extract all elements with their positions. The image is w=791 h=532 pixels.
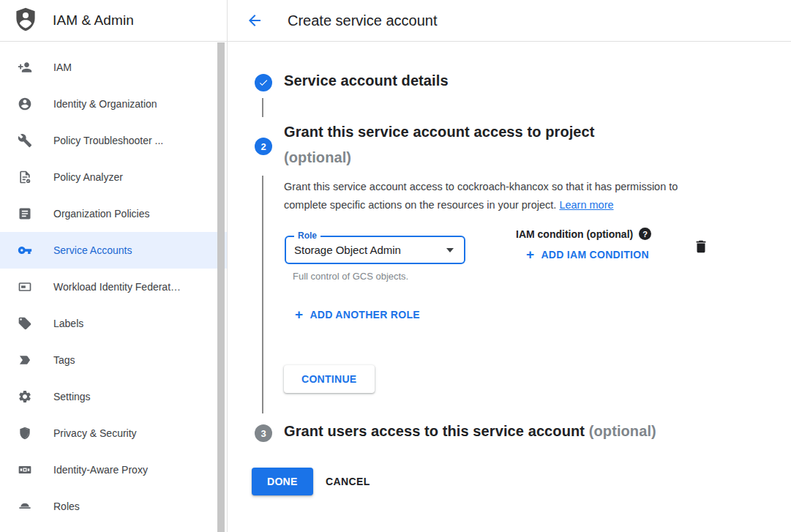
shield-half-icon: [18, 426, 32, 441]
add-another-role-button[interactable]: + ADD ANOTHER ROLE: [295, 309, 420, 321]
sidebar-header: IAM & Admin: [0, 0, 227, 42]
step3-number-badge: 3: [255, 424, 272, 442]
proxy-icon: [18, 462, 32, 477]
sidebar-item-label: Settings: [53, 391, 91, 402]
step2-number: 2: [260, 141, 266, 152]
add-iam-condition-label: ADD IAM CONDITION: [541, 249, 648, 261]
step-connector: [262, 98, 263, 117]
step3-number: 3: [260, 428, 266, 439]
step3-title-text: Grant users access to this service accou…: [284, 423, 585, 439]
person-add-icon: [18, 60, 32, 75]
role-helper-text: Full control of GCS objects.: [293, 271, 408, 282]
document-check-icon: [18, 170, 32, 184]
sidebar-item-label: Service Accounts: [53, 244, 132, 256]
done-button[interactable]: DONE: [252, 468, 313, 495]
article-icon: [18, 206, 32, 221]
sidebar-scrollbar[interactable]: [217, 42, 225, 532]
sidebar-item-labels[interactable]: Labels: [0, 305, 227, 342]
create-service-account-page: IAM & Admin IAM Identity & Organization …: [0, 0, 791, 532]
plus-icon: +: [295, 310, 303, 320]
sidebar-item-label: IAM: [53, 61, 72, 73]
sidebar-item-identity-aware-proxy[interactable]: Identity-Aware Proxy: [0, 452, 227, 488]
gear-icon: [18, 389, 32, 404]
sidebar-item-workload-identity-federation[interactable]: Workload Identity Federat…: [0, 269, 227, 305]
arrow-back-icon: [246, 12, 263, 29]
back-button[interactable]: [246, 12, 263, 29]
sidebar-item-label: Workload Identity Federat…: [53, 281, 181, 293]
sidebar-nav: IAM Identity & Organization Policy Troub…: [0, 42, 227, 525]
chevron-down-icon: [446, 248, 454, 252]
sidebar-item-policy-troubleshooter[interactable]: Policy Troubleshooter ...: [0, 122, 227, 159]
plus-icon: +: [526, 250, 534, 260]
step3-title: Grant users access to this service accou…: [284, 423, 656, 440]
step-connector: [262, 176, 263, 413]
main-content: Service account details 2 Grant this ser…: [228, 42, 791, 532]
sidebar: IAM & Admin IAM Identity & Organization …: [0, 0, 228, 532]
add-another-role-label: ADD ANOTHER ROLE: [310, 309, 420, 321]
sidebar-item-label: Identity & Organization: [53, 98, 157, 110]
step3-optional-label: (optional): [589, 423, 656, 439]
iam-admin-shield-icon: [12, 6, 39, 35]
page-title: Create service account: [288, 12, 438, 29]
sidebar-item-label: Policy Troubleshooter ...: [53, 135, 163, 146]
sidebar-item-tags[interactable]: Tags: [0, 342, 227, 378]
step2-description: Grant this service account access to coc…: [284, 178, 717, 214]
sidebar-item-privacy-security[interactable]: Privacy & Security: [0, 415, 227, 452]
label-important-icon: [18, 353, 32, 367]
sidebar-item-label: Tags: [53, 354, 75, 366]
sidebar-item-roles[interactable]: Roles: [0, 488, 227, 525]
main-panel: Create service account Service account d…: [228, 0, 791, 532]
sidebar-item-identity-organization[interactable]: Identity & Organization: [0, 86, 227, 122]
step3-optional-text: (optional): [589, 423, 656, 439]
cancel-button[interactable]: CANCEL: [317, 468, 379, 495]
sidebar-item-settings[interactable]: Settings: [0, 378, 227, 415]
step2-title: Grant this service account access to pro…: [284, 124, 595, 141]
step2-optional-label: (optional): [284, 149, 351, 166]
sidebar-item-label: Organization Policies: [53, 208, 150, 220]
continue-button[interactable]: CONTINUE: [284, 365, 375, 393]
app-title: IAM & Admin: [53, 12, 134, 29]
account-circle-icon: [18, 97, 32, 111]
sidebar-item-policy-analyzer[interactable]: Policy Analyzer: [0, 159, 227, 195]
iam-condition-label: IAM condition (optional) ?: [516, 228, 651, 240]
help-icon[interactable]: ?: [639, 228, 651, 240]
step1-title: Service account details: [284, 72, 449, 89]
role-dropdown[interactable]: Role Storage Object Admin: [285, 236, 465, 264]
sidebar-item-label: Privacy & Security: [53, 427, 137, 439]
iam-condition-label-text: IAM condition (optional): [516, 228, 633, 240]
step1-completed-icon: [255, 74, 272, 91]
sidebar-item-label: Policy Analyzer: [53, 171, 123, 183]
main-header: Create service account: [228, 0, 791, 42]
sidebar-item-organization-policies[interactable]: Organization Policies: [0, 195, 227, 232]
hat-icon: [18, 499, 32, 514]
delete-role-button[interactable]: [693, 239, 709, 258]
sidebar-item-service-accounts[interactable]: Service Accounts: [0, 232, 227, 269]
wrench-icon: [18, 133, 32, 148]
trash-icon: [693, 239, 709, 255]
role-field-label: Role: [294, 231, 320, 241]
tag-icon: [18, 316, 32, 331]
sidebar-item-label: Roles: [53, 501, 80, 512]
learn-more-link[interactable]: Learn more: [559, 199, 613, 211]
sidebar-item-label: Identity-Aware Proxy: [53, 464, 148, 476]
sidebar-item-label: Labels: [53, 318, 83, 329]
key-icon: [18, 243, 32, 258]
card-icon: [18, 280, 32, 294]
step2-description-text: Grant this service account access to coc…: [284, 181, 678, 211]
step2-number-badge: 2: [255, 138, 272, 155]
sidebar-item-iam[interactable]: IAM: [0, 49, 227, 86]
role-field-value: Storage Object Admin: [294, 244, 401, 256]
add-iam-condition-button[interactable]: + ADD IAM CONDITION: [526, 249, 649, 261]
